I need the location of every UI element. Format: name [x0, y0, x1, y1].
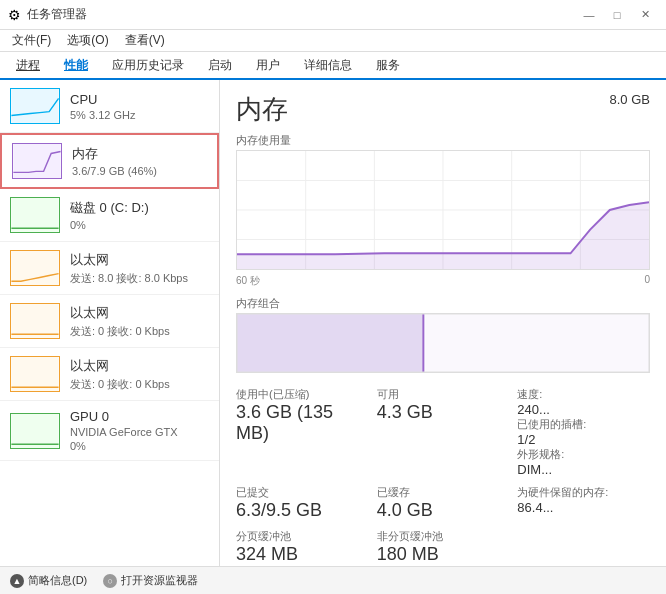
sidebar-item-gpu[interactable]: GPU 0 NVIDIA GeForce GTX 0%: [0, 401, 219, 461]
eth1-stat: 发送: 8.0 接收: 8.0 Kbps: [70, 271, 209, 286]
stat-paged-pool: 分页缓冲池 324 MB: [236, 527, 369, 566]
stat-committed-value: 6.3/9.5 GB: [236, 500, 369, 521]
chart-usage-label: 内存使用量: [236, 133, 650, 148]
memory-info: 内存 3.6/7.9 GB (46%): [72, 145, 207, 177]
disk-thumbnail: [10, 197, 60, 233]
sidebar-item-disk[interactable]: 磁盘 0 (C: D:) 0%: [0, 189, 219, 242]
disk-info: 磁盘 0 (C: D:) 0%: [70, 199, 209, 231]
brief-label: 简略信息(D): [28, 573, 87, 588]
tab-startup[interactable]: 启动: [196, 53, 244, 80]
gpu-thumbnail: [10, 413, 60, 449]
time-right: 0: [644, 274, 650, 288]
stat-hw-reserved: 为硬件保留的内存: 86.4...: [517, 483, 650, 523]
main-content: CPU 5% 3.12 GHz 内存 3.6/7.9 GB (46%): [0, 80, 666, 566]
cpu-thumbnail: [10, 88, 60, 124]
stat-paged-pool-value: 324 MB: [236, 544, 369, 565]
sidebar-item-cpu[interactable]: CPU 5% 3.12 GHz: [0, 80, 219, 133]
stat-committed-label: 已提交: [236, 485, 369, 500]
sidebar-item-eth1[interactable]: 以太网 发送: 8.0 接收: 8.0 Kbps: [0, 242, 219, 295]
stat-empty: [517, 527, 650, 566]
close-button[interactable]: ✕: [632, 4, 658, 26]
stat-hw-reserved-label: 为硬件保留的内存:: [517, 485, 650, 500]
title-controls: — □ ✕: [576, 4, 658, 26]
memory-chart-container: 7.9 GB: [236, 150, 650, 270]
app-title: 任务管理器: [27, 6, 87, 23]
stat-hw-reserved-value: 86.4...: [517, 500, 650, 515]
status-bar: ▲ 简略信息(D) ○ 打开资源监视器: [0, 566, 666, 594]
stat-available: 可用 4.3 GB: [377, 385, 510, 479]
eth1-thumbnail: [10, 250, 60, 286]
eth2-thumbnail: [10, 303, 60, 339]
memory-thumbnail: [12, 143, 62, 179]
eth2-label: 以太网: [70, 304, 209, 322]
status-brief[interactable]: ▲ 简略信息(D): [10, 573, 87, 588]
panel-title: 内存: [236, 92, 288, 127]
stat-form-label: 外形规格:: [517, 447, 650, 462]
cpu-stat: 5% 3.12 GHz: [70, 109, 209, 121]
stat-committed: 已提交 6.3/9.5 GB: [236, 483, 369, 523]
panel-total: 8.0 GB: [610, 92, 650, 107]
composition-label: 内存组合: [236, 296, 650, 311]
svg-rect-0: [11, 89, 58, 123]
svg-rect-5: [11, 357, 58, 391]
disk-label: 磁盘 0 (C: D:): [70, 199, 209, 217]
tab-app-history[interactable]: 应用历史记录: [100, 53, 196, 80]
stat-available-value: 4.3 GB: [377, 402, 510, 423]
memory-stat: 3.6/7.9 GB (46%): [72, 165, 207, 177]
tab-bar: 进程 性能 应用历史记录 启动 用户 详细信息 服务: [0, 52, 666, 80]
stat-nonpaged-pool-label: 非分页缓冲池: [377, 529, 510, 544]
tab-performance[interactable]: 性能: [52, 53, 100, 80]
eth2-info: 以太网 发送: 0 接收: 0 Kbps: [70, 304, 209, 339]
sidebar-item-eth3[interactable]: 以太网 发送: 0 接收: 0 Kbps: [0, 348, 219, 401]
eth3-thumbnail: [10, 356, 60, 392]
eth1-label: 以太网: [70, 251, 209, 269]
stat-nonpaged-pool: 非分页缓冲池 180 MB: [377, 527, 510, 566]
eth2-stat: 发送: 0 接收: 0 Kbps: [70, 324, 209, 339]
tab-details[interactable]: 详细信息: [292, 53, 364, 80]
svg-rect-6: [11, 414, 58, 448]
tab-processes[interactable]: 进程: [4, 53, 52, 80]
gpu-stat1: NVIDIA GeForce GTX: [70, 426, 209, 438]
menu-options[interactable]: 选项(O): [59, 30, 116, 51]
eth1-info: 以太网 发送: 8.0 接收: 8.0 Kbps: [70, 251, 209, 286]
maximize-button[interactable]: □: [604, 4, 630, 26]
monitor-icon: ○: [103, 574, 117, 588]
chart-time-labels: 60 秒 0: [236, 274, 650, 288]
stats-grid: 使用中(已压缩) 3.6 GB (135 MB) 可用 4.3 GB 速度: 2…: [236, 385, 650, 566]
monitor-label: 打开资源监视器: [121, 573, 198, 588]
stat-cached-value: 4.0 GB: [377, 500, 510, 521]
stat-slots-value: 1/2: [517, 432, 650, 447]
tab-users[interactable]: 用户: [244, 53, 292, 80]
sidebar-item-memory[interactable]: 内存 3.6/7.9 GB (46%): [0, 133, 219, 189]
gpu-stat2: 0%: [70, 440, 209, 452]
tab-services[interactable]: 服务: [364, 53, 412, 80]
app-icon: ⚙: [8, 7, 21, 23]
title-bar: ⚙ 任务管理器 — □ ✕: [0, 0, 666, 30]
sidebar: CPU 5% 3.12 GHz 内存 3.6/7.9 GB (46%): [0, 80, 220, 566]
stat-cached-label: 已缓存: [377, 485, 510, 500]
cpu-info: CPU 5% 3.12 GHz: [70, 92, 209, 121]
time-left: 60 秒: [236, 274, 260, 288]
stat-nonpaged-pool-value: 180 MB: [377, 544, 510, 565]
svg-rect-18: [237, 314, 423, 372]
menu-view[interactable]: 查看(V): [117, 30, 173, 51]
menu-bar: 文件(F) 选项(O) 查看(V): [0, 30, 666, 52]
status-monitor[interactable]: ○ 打开资源监视器: [103, 573, 198, 588]
stat-paged-pool-label: 分页缓冲池: [236, 529, 369, 544]
menu-file[interactable]: 文件(F): [4, 30, 59, 51]
gpu-info: GPU 0 NVIDIA GeForce GTX 0%: [70, 409, 209, 452]
sidebar-item-eth2[interactable]: 以太网 发送: 0 接收: 0 Kbps: [0, 295, 219, 348]
svg-rect-4: [11, 304, 58, 338]
brief-icon: ▲: [10, 574, 24, 588]
panel-header: 内存 8.0 GB: [236, 92, 650, 127]
stat-speed-value: 240...: [517, 402, 650, 417]
stat-in-use-value: 3.6 GB (135 MB): [236, 402, 369, 444]
composition-chart: [236, 313, 650, 373]
right-panel: 内存 8.0 GB 内存使用量 7.9 GB: [220, 80, 666, 566]
stat-slots-label: 已使用的插槽:: [517, 417, 650, 432]
stat-available-label: 可用: [377, 387, 510, 402]
minimize-button[interactable]: —: [576, 4, 602, 26]
svg-rect-20: [425, 314, 649, 372]
cpu-label: CPU: [70, 92, 209, 107]
stat-speed-label: 速度:: [517, 387, 650, 402]
